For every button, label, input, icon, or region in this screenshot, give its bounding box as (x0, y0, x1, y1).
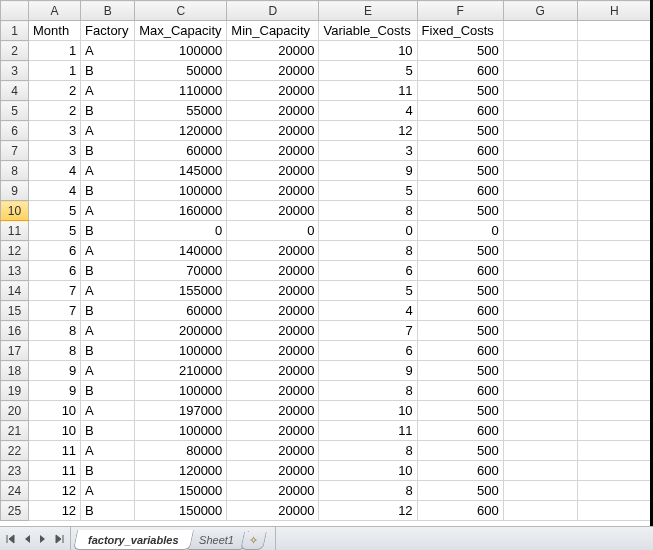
tab-nav-prev-icon[interactable] (20, 532, 34, 546)
cell[interactable]: 6 (29, 261, 81, 281)
cell[interactable]: 20000 (227, 361, 319, 381)
cell[interactable]: 6 (29, 241, 81, 261)
cell[interactable]: 20000 (227, 501, 319, 521)
select-all-corner[interactable] (1, 1, 29, 21)
row-header[interactable]: 7 (1, 141, 29, 161)
cell[interactable] (503, 101, 577, 121)
cell[interactable] (503, 301, 577, 321)
cell[interactable] (503, 121, 577, 141)
cell[interactable] (503, 281, 577, 301)
cell[interactable] (503, 461, 577, 481)
row-header[interactable]: 1 (1, 21, 29, 41)
cell[interactable] (503, 341, 577, 361)
cell[interactable]: B (81, 261, 135, 281)
cell[interactable] (503, 61, 577, 81)
cell[interactable]: 9 (29, 381, 81, 401)
col-header-G[interactable]: G (503, 1, 577, 21)
cell[interactable]: Fixed_Costs (417, 21, 503, 41)
cell[interactable]: 500 (417, 201, 503, 221)
cell[interactable]: 600 (417, 501, 503, 521)
cell[interactable]: 20000 (227, 481, 319, 501)
cell[interactable]: 60000 (135, 141, 227, 161)
row-header[interactable]: 8 (1, 161, 29, 181)
cell[interactable]: 600 (417, 421, 503, 441)
cell[interactable]: 160000 (135, 201, 227, 221)
cell[interactable]: 2 (29, 81, 81, 101)
new-sheet-button[interactable]: ✧ (240, 532, 267, 550)
cell[interactable]: 500 (417, 81, 503, 101)
cell[interactable]: 5 (29, 221, 81, 241)
cell[interactable]: 0 (135, 221, 227, 241)
cell[interactable]: 5 (29, 201, 81, 221)
cell[interactable] (577, 101, 651, 121)
cell[interactable] (503, 161, 577, 181)
cell[interactable]: Variable_Costs (319, 21, 417, 41)
cell[interactable]: 20000 (227, 341, 319, 361)
cell[interactable]: 1 (29, 41, 81, 61)
row-header[interactable]: 18 (1, 361, 29, 381)
cell[interactable]: 210000 (135, 361, 227, 381)
cell[interactable]: 8 (29, 321, 81, 341)
cell[interactable]: 9 (319, 361, 417, 381)
cell[interactable]: 20000 (227, 41, 319, 61)
cell[interactable]: 500 (417, 481, 503, 501)
cell[interactable]: 500 (417, 361, 503, 381)
cell[interactable]: 8 (319, 381, 417, 401)
cell[interactable]: 5 (319, 181, 417, 201)
cell[interactable]: A (81, 81, 135, 101)
cell[interactable]: 2 (29, 101, 81, 121)
cell[interactable]: 100000 (135, 41, 227, 61)
cell[interactable]: 600 (417, 381, 503, 401)
cell[interactable]: 8 (29, 341, 81, 361)
row-header[interactable]: 23 (1, 461, 29, 481)
row-header[interactable]: 11 (1, 221, 29, 241)
row-header[interactable]: 19 (1, 381, 29, 401)
horizontal-scrollbar[interactable] (275, 527, 653, 550)
cell[interactable]: 3 (29, 121, 81, 141)
cell[interactable] (577, 381, 651, 401)
cell[interactable]: 11 (319, 421, 417, 441)
cell[interactable]: 10 (319, 461, 417, 481)
cell[interactable]: 5 (319, 61, 417, 81)
cell[interactable]: 20000 (227, 381, 319, 401)
cell[interactable]: B (81, 341, 135, 361)
cell[interactable]: A (81, 481, 135, 501)
cell[interactable]: 80000 (135, 441, 227, 461)
cell[interactable]: A (81, 401, 135, 421)
cell[interactable] (577, 141, 651, 161)
cell[interactable]: 20000 (227, 301, 319, 321)
col-header-C[interactable]: C (135, 1, 227, 21)
cell[interactable]: 20000 (227, 181, 319, 201)
cell[interactable]: A (81, 321, 135, 341)
cell[interactable]: 600 (417, 341, 503, 361)
cell[interactable] (503, 421, 577, 441)
cell[interactable]: 20000 (227, 441, 319, 461)
cell[interactable]: 50000 (135, 61, 227, 81)
cell[interactable]: 110000 (135, 81, 227, 101)
cell[interactable]: Min_Capacity (227, 21, 319, 41)
cell[interactable]: B (81, 221, 135, 241)
cell[interactable]: A (81, 361, 135, 381)
cell[interactable]: 1 (29, 61, 81, 81)
cell[interactable]: 100000 (135, 341, 227, 361)
cell[interactable]: B (81, 501, 135, 521)
col-header-A[interactable]: A (29, 1, 81, 21)
cell[interactable]: 10 (29, 421, 81, 441)
cell[interactable]: 600 (417, 261, 503, 281)
cell[interactable]: Factory (81, 21, 135, 41)
row-header[interactable]: 17 (1, 341, 29, 361)
cell[interactable] (503, 201, 577, 221)
cell[interactable]: 4 (29, 181, 81, 201)
cell[interactable]: 0 (417, 221, 503, 241)
cell[interactable]: 20000 (227, 321, 319, 341)
cell[interactable]: 5 (319, 281, 417, 301)
row-header[interactable]: 5 (1, 101, 29, 121)
cell[interactable]: 20000 (227, 401, 319, 421)
cell[interactable] (577, 401, 651, 421)
cell[interactable]: A (81, 281, 135, 301)
row-header[interactable]: 24 (1, 481, 29, 501)
cell[interactable] (577, 321, 651, 341)
cell[interactable]: 600 (417, 181, 503, 201)
tab-nav-first-icon[interactable] (4, 532, 18, 546)
cell[interactable]: A (81, 121, 135, 141)
